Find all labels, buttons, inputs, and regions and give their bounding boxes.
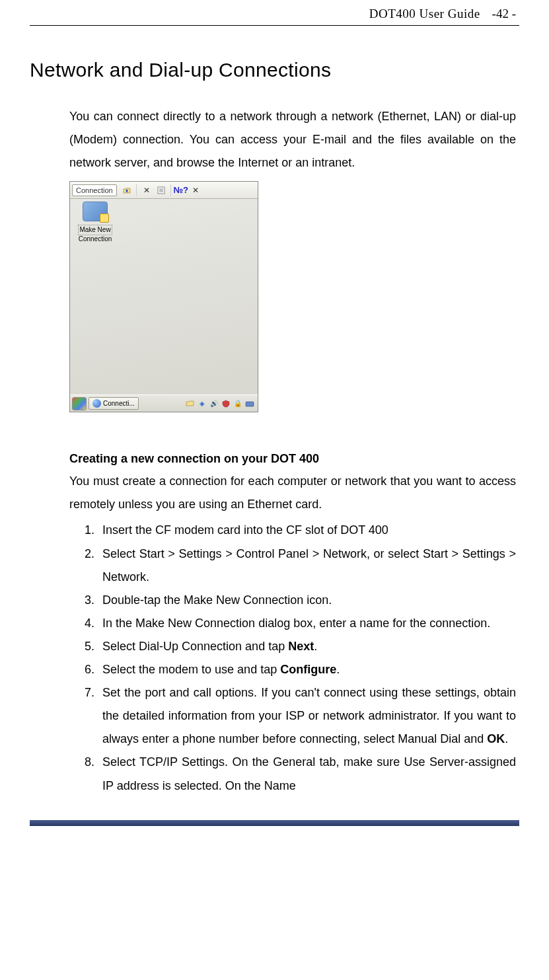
embedded-screenshot: Connection ✕ №? ✕ Make New Connection: [69, 181, 519, 412]
step-text: Double-tap the Make New Connection icon.: [102, 593, 332, 607]
step-text: Set the port and call options. If you ca…: [102, 686, 516, 745]
intro-paragraph: You can connect directly to a network th…: [69, 105, 516, 174]
step-6: Select the modem to use and tap Configur…: [75, 658, 516, 681]
page-title: Network and Dial-up Connections: [30, 59, 519, 81]
start-button[interactable]: [72, 397, 87, 410]
header-page-number: -42 -: [492, 7, 516, 21]
connection-window: Connection ✕ №? ✕ Make New Connection: [69, 181, 258, 412]
window-client-area: Make New Connection: [70, 199, 258, 395]
bold-configure: Configure: [280, 663, 336, 676]
page-header: DOT400 User Guide -42 -: [30, 7, 519, 21]
steps-list: Insert the CF modem card into the CF slo…: [75, 519, 516, 797]
icon-label-line1: Make New: [78, 225, 112, 235]
header-rule: [30, 25, 519, 26]
window-toolbar: Connection ✕ №? ✕: [70, 182, 258, 199]
taskbar: Connecti... ◈ 🔊 🔒: [70, 395, 258, 412]
step-8: Select TCP/IP Settings. On the General t…: [75, 751, 516, 797]
tray-lock-icon[interactable]: 🔒: [233, 398, 242, 408]
close-icon[interactable]: ✕: [190, 184, 201, 196]
step-5: Select Dial-Up Connection and tap Next.: [75, 635, 516, 658]
footer-bar: [30, 820, 519, 826]
step-text: In the Make New Connection dialog box, e…: [102, 617, 490, 630]
step-text: Select Dial-Up Connection and tap: [102, 640, 288, 653]
separator: [170, 184, 172, 196]
tray-network-icon[interactable]: ◈: [197, 398, 207, 408]
toolbar-title: Connection: [72, 184, 117, 196]
svg-rect-4: [246, 402, 254, 406]
step-7: Set the port and call options. If you ca…: [75, 681, 516, 751]
tray-speaker-icon[interactable]: 🔊: [209, 398, 219, 408]
separator: [136, 184, 137, 196]
icon-label-line2: Connection: [74, 235, 116, 243]
step-text: Select TCP/IP Settings. On the General t…: [102, 755, 516, 792]
tray-keyboard-icon[interactable]: [244, 398, 254, 408]
taskbar-task-label: Connecti...: [103, 400, 135, 407]
step-4: In the Make New Connection dialog box, e…: [75, 612, 516, 635]
folder-up-icon[interactable]: [121, 184, 133, 196]
make-new-connection-shortcut[interactable]: Make New Connection: [74, 202, 116, 243]
step-text: Select Start > Settings > Control Panel …: [102, 547, 516, 584]
tray-shield-icon[interactable]: [221, 398, 231, 408]
step-text: Insert the CF modem card into the CF slo…: [102, 523, 388, 537]
section-intro: You must create a connection for each co…: [69, 470, 516, 516]
step-text: Select the modem to use and tap: [102, 663, 280, 676]
connection-wizard-icon: [83, 202, 108, 221]
bold-ok: OK: [487, 732, 505, 745]
help-icon[interactable]: №?: [175, 184, 187, 196]
step-3: Double-tap the Make New Connection icon.: [75, 589, 516, 612]
header-guide-title: DOT400 User Guide: [369, 7, 480, 21]
page: DOT400 User Guide -42 - Network and Dial…: [0, 0, 549, 811]
globe-icon: [92, 399, 101, 408]
tray-folder-icon[interactable]: [185, 398, 195, 408]
step-2: Select Start > Settings > Control Panel …: [75, 543, 516, 589]
delete-icon[interactable]: ✕: [141, 184, 153, 196]
section-heading: Creating a new connection on your DOT 40…: [69, 452, 519, 466]
system-tray: ◈ 🔊 🔒: [185, 398, 256, 408]
step-1: Insert the CF modem card into the CF slo…: [75, 519, 516, 542]
properties-icon[interactable]: [155, 184, 167, 196]
bold-next: Next: [288, 640, 314, 653]
taskbar-task-connection[interactable]: Connecti...: [89, 397, 139, 410]
